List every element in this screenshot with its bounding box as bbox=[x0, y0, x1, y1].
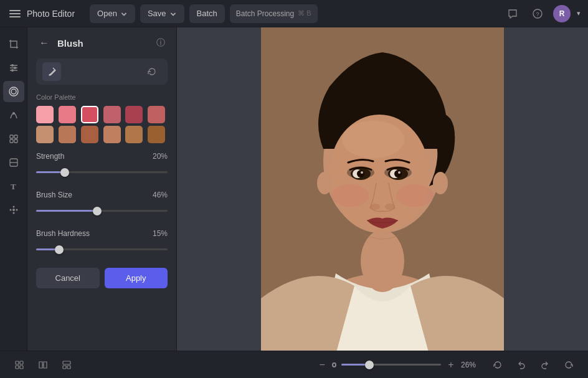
svg-point-17 bbox=[9, 209, 11, 211]
batch-button[interactable]: Batch bbox=[189, 4, 225, 23]
palette-label: Color Palette bbox=[36, 93, 168, 101]
redo-button[interactable] bbox=[536, 356, 554, 374]
svg-text:T: T bbox=[11, 182, 16, 191]
svg-point-3 bbox=[14, 67, 16, 69]
layout-button[interactable] bbox=[57, 356, 76, 374]
brush-hardness-slider[interactable] bbox=[36, 248, 168, 250]
sidebar-misc-button[interactable] bbox=[3, 199, 24, 220]
tool-options-row bbox=[36, 59, 168, 85]
brush-tool-button[interactable] bbox=[42, 62, 61, 81]
strength-section: Strength 20% bbox=[36, 152, 168, 182]
svg-point-36 bbox=[370, 204, 380, 210]
palette-swatch-1[interactable] bbox=[59, 106, 76, 123]
help-icon-button[interactable]: ? bbox=[528, 4, 547, 23]
sidebar-retouch-button[interactable] bbox=[3, 81, 24, 102]
zoom-controls: − + 26% bbox=[317, 357, 476, 373]
zoom-slider[interactable] bbox=[341, 364, 441, 366]
brush-hardness-section: Brush Hardness 15% bbox=[36, 229, 168, 259]
svg-rect-42 bbox=[16, 361, 19, 364]
palette-swatch-7[interactable] bbox=[59, 126, 76, 143]
brush-size-value: 46% bbox=[153, 191, 168, 199]
undo-button[interactable] bbox=[512, 356, 531, 374]
sidebar-text-button[interactable]: T bbox=[3, 176, 24, 197]
palette-swatch-8[interactable] bbox=[81, 126, 98, 143]
blush-panel: ← Blush ⓘ bbox=[27, 27, 177, 351]
sidebar-overlay-button[interactable] bbox=[3, 152, 24, 173]
svg-rect-43 bbox=[20, 361, 23, 364]
reset-tool-button[interactable] bbox=[143, 62, 161, 81]
canvas-area[interactable] bbox=[177, 27, 588, 351]
save-button[interactable]: Save bbox=[140, 4, 184, 23]
comment-icon-button[interactable] bbox=[503, 4, 522, 23]
svg-point-25 bbox=[342, 121, 404, 158]
cancel-button[interactable]: Cancel bbox=[36, 268, 100, 288]
svg-point-33 bbox=[394, 170, 402, 177]
svg-rect-44 bbox=[16, 366, 19, 369]
svg-point-7 bbox=[12, 112, 15, 115]
svg-point-5 bbox=[9, 87, 18, 96]
strength-value: 20% bbox=[153, 152, 168, 161]
batch-processing-label: Batch Processing bbox=[236, 9, 294, 18]
svg-rect-10 bbox=[10, 139, 13, 143]
app-title: Photo Editor bbox=[27, 9, 75, 19]
strength-slider[interactable] bbox=[36, 171, 168, 173]
svg-point-35 bbox=[398, 171, 401, 174]
svg-rect-45 bbox=[20, 366, 23, 369]
svg-point-2 bbox=[11, 64, 14, 67]
sidebar-effects-button[interactable] bbox=[3, 105, 24, 126]
svg-rect-46 bbox=[63, 361, 70, 364]
topbar-actions: ? R ▾ bbox=[503, 4, 581, 23]
palette-swatch-10[interactable] bbox=[125, 126, 143, 143]
palette-swatch-0[interactable] bbox=[36, 106, 54, 123]
palette-swatch-9[interactable] bbox=[103, 126, 121, 143]
svg-point-14 bbox=[12, 209, 15, 211]
svg-point-15 bbox=[12, 206, 14, 208]
palette-swatch-6[interactable] bbox=[36, 126, 54, 143]
apply-button[interactable]: Apply bbox=[105, 268, 168, 288]
svg-point-34 bbox=[361, 171, 363, 174]
svg-rect-9 bbox=[14, 135, 17, 138]
palette-swatch-11[interactable] bbox=[148, 126, 165, 143]
svg-text:?: ? bbox=[536, 11, 539, 17]
batch-processing-shortcut: ⌘ B bbox=[298, 9, 311, 17]
zoom-out-button[interactable]: − bbox=[317, 357, 327, 373]
brush-size-section: Brush Size 46% bbox=[36, 191, 168, 220]
svg-point-37 bbox=[385, 204, 395, 210]
svg-point-18 bbox=[16, 209, 17, 211]
panel-content: Color Palette Strength 20% Brush Size 46… bbox=[27, 59, 176, 297]
open-button[interactable]: Open bbox=[90, 4, 135, 23]
zoom-in-button[interactable]: + bbox=[446, 357, 456, 373]
svg-point-38 bbox=[331, 184, 369, 207]
color-palette-section: Color Palette bbox=[36, 93, 168, 143]
panel-info-button[interactable]: ⓘ bbox=[154, 36, 168, 50]
zoom-circle-icon bbox=[332, 362, 336, 367]
sidebar-adjust-button[interactable] bbox=[3, 57, 24, 78]
sidebar-crop-button[interactable] bbox=[3, 34, 24, 55]
save-label: Save bbox=[148, 9, 166, 18]
compare-button[interactable] bbox=[34, 356, 52, 374]
svg-point-40 bbox=[317, 172, 332, 194]
avatar-chevron-icon[interactable]: ▾ bbox=[577, 9, 581, 17]
bottombar-left bbox=[10, 356, 76, 374]
svg-rect-8 bbox=[10, 135, 13, 138]
topbar: Photo Editor Open Save Batch Batch Proce… bbox=[0, 0, 588, 27]
bottombar-right bbox=[488, 356, 578, 374]
palette-swatch-3[interactable] bbox=[103, 106, 121, 123]
history-forward-button[interactable] bbox=[559, 356, 578, 374]
palette-swatch-5[interactable] bbox=[148, 106, 165, 123]
zoom-value: 26% bbox=[461, 361, 476, 369]
palette-swatch-4[interactable] bbox=[125, 106, 143, 123]
view-grid-button[interactable] bbox=[10, 356, 29, 374]
user-avatar[interactable]: R bbox=[553, 5, 571, 22]
panel-header: ← Blush ⓘ bbox=[27, 27, 176, 59]
main-area: T ← Blush ⓘ bbox=[0, 27, 588, 351]
palette-swatch-2[interactable] bbox=[81, 106, 98, 123]
sidebar-filter-button[interactable] bbox=[3, 128, 24, 149]
batch-processing-button[interactable]: Batch Processing ⌘ B bbox=[230, 4, 318, 23]
strength-label: Strength bbox=[36, 152, 64, 161]
brush-size-slider[interactable] bbox=[36, 210, 168, 212]
panel-back-button[interactable]: ← bbox=[36, 35, 52, 51]
history-back-button[interactable] bbox=[488, 356, 507, 374]
app-logo: Photo Editor bbox=[7, 6, 75, 21]
svg-rect-47 bbox=[63, 366, 66, 369]
